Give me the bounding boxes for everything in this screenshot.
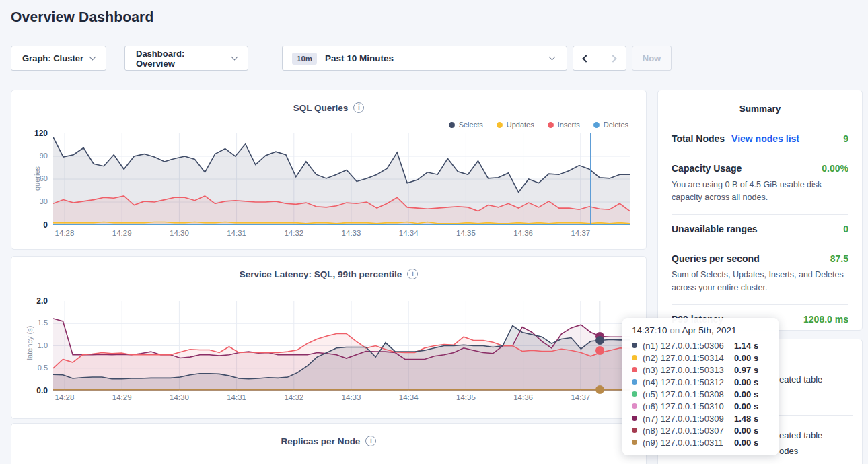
legend-dot	[449, 122, 455, 128]
tooltip-node-row: (n7) 127.0.0.1:503091.48 s	[632, 412, 769, 424]
sql-queries-card: SQL Queries i SelectsUpdatesInsertsDelet…	[11, 90, 647, 250]
tooltip-timestamp: 14:37:10 on Apr 5th, 2021	[632, 325, 769, 335]
node-address: (n2) 127.0.0.1:50314	[643, 353, 724, 363]
legend-item-deletes: Deletes	[593, 121, 628, 129]
x-axis-tick: 14:32	[279, 229, 309, 237]
legend-item-selects: Selects	[449, 121, 483, 129]
summary-value: 9	[843, 133, 848, 144]
y-axis-tick: 120	[15, 129, 48, 138]
info-icon[interactable]: i	[365, 436, 376, 446]
x-axis-tick: 14:35	[451, 229, 480, 237]
event-text-fragment: eated table	[779, 374, 822, 385]
event-text-fragment: eated table	[779, 430, 822, 440]
y-axis-tick: 0	[15, 220, 48, 230]
summary-label: Unavailable ranges	[672, 224, 758, 234]
x-axis-tick: 14:35	[451, 393, 480, 401]
summary-row-total-nodes: Total Nodes View nodes list 9	[672, 125, 848, 154]
x-axis-tick: 14:33	[336, 393, 366, 401]
x-axis-tick: 14:28	[50, 229, 79, 237]
node-latency-value: 0.00 s	[734, 426, 769, 436]
sql-queries-chart[interactable]	[53, 133, 630, 225]
legend-label: Selects	[459, 121, 483, 129]
now-button[interactable]: Now	[632, 46, 672, 71]
x-axis-tick: 14:37	[566, 393, 595, 401]
replicas-per-node-card: Replicas per Node i	[11, 423, 647, 464]
legend-label: Inserts	[558, 121, 580, 129]
y-axis-tick: 30	[15, 197, 48, 205]
summary-label: Capacity Usage	[672, 163, 742, 174]
legend-dot	[593, 122, 600, 128]
x-axis-tick: 14:34	[394, 229, 423, 237]
dashboard-dropdown[interactable]: Dashboard: Overview	[124, 46, 248, 71]
node-color-dot	[632, 367, 637, 372]
x-axis-tick: 14:32	[279, 393, 309, 401]
chart-title: Service Latency: SQL, 99th percentile	[240, 269, 402, 279]
view-nodes-list-link[interactable]: View nodes list	[731, 133, 799, 144]
x-axis-tick: 14:36	[509, 229, 538, 237]
y-axis-tick: 0.0	[15, 386, 48, 395]
node-latency-value: 0.97 s	[734, 365, 769, 375]
y-axis-tick: 1.5	[15, 319, 48, 327]
graph-dropdown-label: Graph: Cluster	[22, 53, 83, 63]
y-axis-tick: 2.0	[15, 296, 48, 306]
y-axis-tick: 90	[15, 152, 48, 160]
node-address: (n1) 127.0.0.1:50306	[643, 341, 724, 351]
summary-value: 0.00%	[822, 163, 848, 174]
tooltip-node-row: (n8) 127.0.0.1:503070.00 s	[632, 424, 769, 436]
graph-dropdown[interactable]: Graph: Cluster	[11, 46, 106, 71]
node-latency-value: 0.00 s	[734, 377, 769, 387]
x-axis-tick: 14:36	[509, 393, 538, 401]
tooltip-node-row: (n4) 127.0.0.1:503120.00 s	[632, 376, 769, 388]
summary-row-capacity-usage: Capacity Usage 0.00% You are using 0 B o…	[672, 154, 848, 214]
x-axis-tick: 14:37	[566, 229, 595, 237]
tooltip-node-row: (n3) 127.0.0.1:503130.97 s	[632, 364, 769, 376]
crosshair-data-dot	[595, 336, 604, 345]
tooltip-node-row: (n6) 127.0.0.1:503100.00 s	[632, 400, 769, 412]
y-axis-tick: 60	[15, 174, 48, 183]
node-latency-value: 0.00 s	[734, 389, 769, 399]
node-address: (n5) 127.0.0.1:50308	[643, 389, 724, 399]
x-axis-tick: 14:30	[164, 393, 194, 401]
x-axis-tick: 14:34	[394, 393, 423, 401]
info-icon[interactable]: i	[353, 102, 364, 113]
x-axis-tick: 14:31	[222, 393, 252, 401]
info-icon[interactable]: i	[407, 269, 418, 279]
summary-label: Total Nodes	[672, 133, 725, 144]
legend-item-inserts: Inserts	[548, 121, 580, 129]
chevron-down-icon	[89, 54, 96, 61]
node-color-dot	[632, 343, 637, 348]
page-title: Overview Dashboard	[11, 9, 154, 25]
toolbar-divider	[264, 46, 264, 71]
summary-panel: Summary Total Nodes View nodes list 9 Ca…	[657, 90, 863, 331]
chart-title: Replicas per Node	[281, 436, 361, 446]
latency-title-row: Service Latency: SQL, 99th percentile i	[11, 269, 646, 279]
node-color-dot	[632, 355, 637, 360]
legend-dot	[548, 122, 554, 128]
chevron-down-icon	[231, 54, 238, 61]
node-color-dot	[632, 403, 637, 409]
summary-value: 1208.0 ms	[803, 314, 848, 325]
summary-value: 0	[843, 224, 848, 234]
dashboard-dropdown-label: Dashboard: Overview	[136, 48, 225, 69]
crosshair-data-dot	[595, 385, 604, 394]
node-latency-value: 1.48 s	[734, 413, 769, 424]
time-range-picker[interactable]: 10m Past 10 Minutes	[282, 46, 567, 71]
node-address: (n6) 127.0.0.1:50310	[643, 401, 724, 411]
service-latency-card: Service Latency: SQL, 99th percentile i …	[11, 256, 647, 419]
chart-title: SQL Queries	[293, 103, 349, 113]
summary-row-queries-per-second: Queries per second 87.5 Sum of Selects, …	[672, 244, 848, 304]
summary-label: Queries per second	[672, 253, 760, 264]
summary-title: Summary	[658, 90, 862, 114]
time-next-button[interactable]	[600, 46, 626, 70]
x-axis-tick: 14:31	[222, 229, 252, 237]
x-axis-tick: 14:28	[50, 393, 79, 401]
replicas-title-row: Replicas per Node i	[11, 436, 646, 446]
tooltip-on: on	[670, 325, 680, 335]
latency-chart[interactable]	[53, 301, 630, 391]
event-text-fragment: odes	[779, 446, 798, 456]
legend-label: Updates	[507, 121, 534, 129]
time-prev-button[interactable]	[573, 46, 600, 70]
crosshair-data-dot	[595, 346, 604, 355]
node-latency-value: 0.00 s	[734, 353, 769, 363]
overview-dashboard-page: Overview Dashboard Graph: Cluster Dashbo…	[0, 0, 868, 464]
